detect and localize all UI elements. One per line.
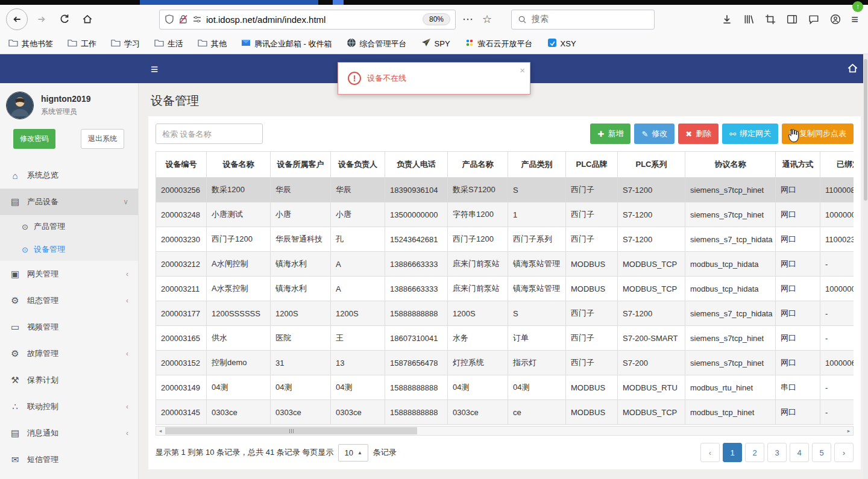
column-header[interactable]: 协议名称 — [685, 152, 776, 178]
browser-update-icon[interactable]: ↑ — [852, 1, 863, 12]
scroll-left-icon[interactable]: ◂ — [156, 427, 165, 435]
action-button-2[interactable]: ✖删除 — [678, 124, 719, 144]
pagination-page[interactable]: 5 — [812, 443, 831, 462]
bookmark-item[interactable]: 其他书签 — [8, 38, 53, 49]
device-search-input[interactable] — [156, 124, 263, 144]
column-header[interactable]: 产品名称 — [448, 152, 508, 178]
action-button-4[interactable]: ↻复制同步点表 — [782, 124, 854, 144]
device-panel: ✚新增✎修改✖删除⚯绑定网关↻复制同步点表 设备编号设备名称设备所属客户设备负责… — [148, 116, 861, 469]
table-row[interactable]: 200003165供水医院王18607310041水务订单西门子S7-200-S… — [156, 326, 854, 351]
column-header[interactable]: 产品类别 — [508, 152, 566, 178]
sidebar-item-2[interactable]: ▣网关管理‹ — [0, 261, 138, 287]
table-cell: S7-1200 — [618, 202, 685, 227]
account-icon[interactable] — [829, 13, 841, 25]
active-tab-strip[interactable] — [140, 0, 318, 5]
column-header[interactable]: 设备负责人 — [331, 152, 385, 178]
action-button-3[interactable]: ⚯绑定网关 — [722, 124, 778, 144]
pagination-page[interactable]: 2 — [745, 443, 764, 462]
sidebar-toggle-icon[interactable]: ≡ — [151, 62, 158, 77]
bookmark-item[interactable]: 其他 — [198, 38, 227, 49]
browser-search-bar[interactable]: 搜索 — [511, 10, 655, 30]
table-row[interactable]: 200003248小唐测试小唐小唐13500000000字符串12001西门子S… — [156, 202, 854, 227]
table-row[interactable]: 200003212A水闸控制镇海水利A13886663333庶来门前泵站镇海泵站… — [156, 252, 854, 277]
screenshot-crop-icon[interactable] — [764, 13, 776, 25]
browser-vertical-scrollbar[interactable] — [863, 54, 868, 479]
pagination-page[interactable]: 3 — [767, 443, 787, 462]
envelope-icon: ✉ — [10, 454, 20, 465]
column-header[interactable]: PLC系列 — [618, 152, 685, 178]
error-icon: ! — [348, 72, 361, 85]
table-row[interactable]: 200003256数采1200华辰华辰18390936104数采S71200S西… — [156, 178, 854, 202]
scroll-right-icon[interactable]: ▸ — [844, 427, 853, 435]
table-cell: 200003152 — [156, 351, 207, 375]
column-header[interactable]: PLC品牌 — [566, 152, 618, 178]
change-password-button[interactable]: 修改密码 — [13, 129, 55, 149]
vertical-scrollbar-thumb[interactable] — [864, 59, 867, 201]
table-row[interactable]: 200003211A水泵控制镇海水利A13886663333庶来门前泵站镇海泵站… — [156, 277, 854, 301]
bookmark-item[interactable]: 综合管理平台 — [347, 38, 407, 49]
forward-button[interactable] — [33, 10, 51, 28]
sidebar-subitem-label: 设备管理 — [34, 244, 65, 255]
page-actions-icon[interactable]: ⋯ — [461, 13, 475, 26]
mail-icon — [241, 38, 251, 49]
url-bar[interactable]: iot.idosp.net/admin/index.html 80% — [159, 10, 456, 30]
table-row[interactable]: 20000314904测04测04测1588888888804测04测MODBU… — [156, 375, 854, 400]
sidebar-item-5[interactable]: ⚙故障管理‹ — [0, 340, 138, 367]
alert-close-icon[interactable]: × — [520, 65, 525, 75]
sidebar-item-9[interactable]: ✉短信管理 — [0, 446, 138, 473]
bookmark-item[interactable]: 工作 — [68, 38, 96, 49]
sidebar-item-0[interactable]: ⌂系统总览 — [0, 162, 138, 189]
horizontal-scrollbar[interactable]: ◂ ▸ — [156, 426, 854, 436]
column-header[interactable]: 设备编号 — [156, 152, 207, 178]
pagination-next[interactable]: › — [834, 443, 854, 462]
bookmark-item[interactable]: XSY — [547, 38, 576, 49]
sidebar-item-6[interactable]: ⚒保养计划 — [0, 367, 138, 393]
bookmark-item[interactable]: 学习 — [111, 38, 140, 49]
table-row[interactable]: 2000031450303ce0303ce0303ce1588888888803… — [156, 400, 854, 425]
sidebar-subitem-0[interactable]: ⊙产品管理 — [0, 215, 138, 238]
navbar-home-icon[interactable] — [847, 63, 858, 77]
table-cell: 200003177 — [156, 301, 207, 326]
caret-up-icon: ▲ — [357, 450, 362, 456]
table-cell: MODBUS_TCP — [618, 277, 685, 301]
home-button[interactable] — [78, 10, 96, 28]
sidebar-panel-icon[interactable] — [786, 13, 798, 25]
scrollbar-thumb[interactable] — [165, 427, 417, 434]
table-row[interactable]: 200003230西门子1200华辰智通科技孔15243642681西门子120… — [156, 227, 854, 252]
zoom-level-badge[interactable]: 80% — [423, 13, 450, 25]
column-header[interactable]: 已绑定网关 — [820, 152, 854, 178]
action-button-1[interactable]: ✎修改 — [634, 124, 675, 144]
sidebar-subitem-1[interactable]: ⊙设备管理 — [0, 238, 138, 261]
table-cell: 数采1200 — [207, 178, 271, 202]
message-bubble-icon[interactable] — [808, 13, 820, 25]
home-icon — [82, 14, 93, 25]
sidebar-item-7[interactable]: ∴联动控制‹ — [0, 393, 138, 420]
bookmark-item[interactable]: SPY — [421, 38, 450, 49]
library-icon[interactable] — [743, 13, 755, 25]
sidebar-item-4[interactable]: ▭视频管理 — [0, 314, 138, 340]
sidebar-item-1[interactable]: ▤产品设备∨ — [0, 189, 138, 215]
page-size-select[interactable]: 10 ▲ — [338, 444, 368, 462]
column-header[interactable]: 设备所属客户 — [271, 152, 331, 178]
reload-button[interactable] — [55, 10, 74, 28]
column-header[interactable]: 设备名称 — [207, 152, 271, 178]
back-button[interactable] — [6, 8, 28, 30]
pagination-page[interactable]: 4 — [790, 443, 809, 462]
menu-hamburger-icon[interactable]: ≡ — [851, 13, 858, 27]
bookmark-item[interactable]: 萤石云开放平台 — [465, 38, 533, 49]
sidebar-item-3[interactable]: ⚙组态管理‹ — [0, 287, 138, 314]
sidebar-item-8[interactable]: ▤消息通知‹ — [0, 420, 138, 446]
table-row[interactable]: 2000031771200SSSSSS1200S1200S15888888888… — [156, 301, 854, 326]
bookmark-star-icon[interactable]: ☆ — [480, 13, 494, 26]
bookmark-item[interactable]: 生活 — [154, 38, 183, 49]
action-button-0[interactable]: ✚新增 — [590, 124, 631, 144]
pagination-page[interactable]: 1 — [723, 443, 742, 462]
table-cell: 华辰 — [271, 178, 331, 202]
column-header[interactable]: 负责人电话 — [385, 152, 448, 178]
downloads-icon[interactable] — [721, 13, 733, 25]
logout-button[interactable]: 退出系统 — [81, 129, 124, 149]
bookmark-item[interactable]: 腾讯企业邮箱 - 收件箱 — [241, 38, 332, 49]
column-header[interactable]: 通讯方式 — [776, 152, 820, 178]
table-row[interactable]: 200003152控制demo311315878656478灯控系统指示灯西门子… — [156, 351, 854, 375]
pagination-prev[interactable]: ‹ — [700, 443, 720, 462]
